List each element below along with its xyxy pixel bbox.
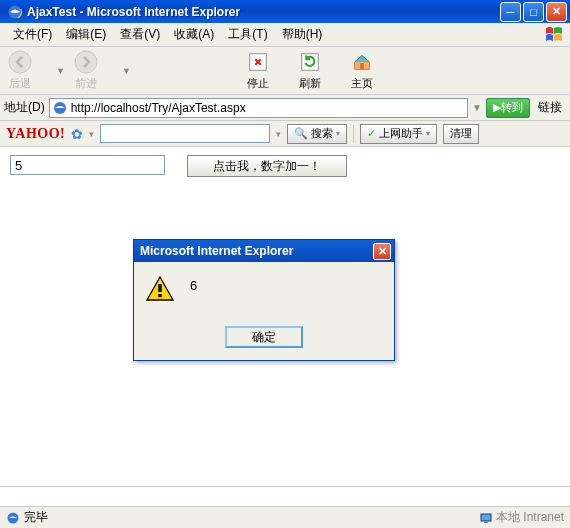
menu-tools[interactable]: 工具(T) [221,23,274,46]
svg-rect-12 [484,521,488,523]
dialog-titlebar[interactable]: Microsoft Internet Explorer ✕ [134,240,394,262]
links-menu[interactable]: 链接 [534,99,566,116]
gear-icon[interactable]: ✿ [71,126,83,142]
stop-button[interactable]: 停止 [246,50,270,91]
maximize-button[interactable]: □ [523,2,544,22]
address-input[interactable]: http://localhost/Try/AjaxTest.aspx [49,98,468,118]
page-icon [52,100,68,116]
address-dropdown-icon[interactable]: ▼ [472,102,482,113]
page-content: 点击我，数字加一！ Microsoft Internet Explorer ✕ … [0,147,570,487]
address-label: 地址(D) [4,99,45,116]
zone-label: 本地 Intranet [496,509,564,526]
yahoo-search-button[interactable]: 🔍搜索▾ [287,124,347,144]
menu-bar: 文件(F) 编辑(E) 查看(V) 收藏(A) 工具(T) 帮助(H) [0,23,570,47]
yahoo-search-input[interactable] [100,124,270,143]
status-text: 完毕 [24,509,48,526]
done-icon [6,511,20,525]
back-dropdown-icon[interactable]: ▼ [56,66,66,76]
window-buttons: ─ □ ✕ [500,2,567,22]
yahoo-toolbar: YAHOO! ✿ ▾ ▾ 🔍搜索▾ ✓上网助手▾ 清理 [0,121,570,147]
refresh-button[interactable]: 刷新 [298,50,322,91]
address-url: http://localhost/Try/AjaxTest.aspx [71,101,246,115]
alert-dialog: Microsoft Internet Explorer ✕ 6 确定 [133,239,395,361]
menu-view[interactable]: 查看(V) [113,23,167,46]
address-bar: 地址(D) http://localhost/Try/AjaxTest.aspx… [0,95,570,121]
svg-rect-9 [158,294,161,297]
navigation-toolbar: 后退 ▼ 前进 ▼ 停止 刷新 主页 [0,47,570,95]
intranet-icon [479,511,493,525]
dialog-title: Microsoft Internet Explorer [137,244,373,258]
forward-dropdown-icon[interactable]: ▼ [122,66,132,76]
stop-icon [247,51,269,73]
number-input[interactable] [10,155,165,175]
warning-icon [146,276,174,302]
dialog-message: 6 [190,276,197,293]
go-button[interactable]: ▶ 转到 [486,98,530,118]
svg-rect-6 [361,63,365,69]
svg-point-2 [9,51,31,73]
windows-logo-icon [544,25,566,45]
clean-button[interactable]: 清理 [443,124,479,144]
svg-point-3 [75,51,97,73]
back-icon [8,50,32,74]
svg-rect-8 [158,284,161,292]
menu-favorites[interactable]: 收藏(A) [167,23,221,46]
increment-button[interactable]: 点击我，数字加一！ [187,155,347,177]
back-button[interactable]: 后退 [8,50,32,91]
home-icon [351,51,373,73]
forward-button[interactable]: 前进 [74,50,98,91]
close-button[interactable]: ✕ [546,2,567,22]
dialog-close-button[interactable]: ✕ [373,243,391,260]
status-bar: 完毕 本地 Intranet [0,506,570,528]
dialog-ok-button[interactable]: 确定 [225,326,303,348]
window-titlebar: AjaxTest - Microsoft Internet Explorer ─… [0,0,570,23]
menu-edit[interactable]: 编辑(E) [59,23,113,46]
home-button[interactable]: 主页 [350,50,374,91]
window-title: AjaxTest - Microsoft Internet Explorer [27,5,500,19]
yahoo-logo[interactable]: YAHOO! [6,126,65,142]
menu-help[interactable]: 帮助(H) [275,23,330,46]
security-zone[interactable]: 本地 Intranet [479,509,564,526]
svg-rect-11 [481,514,491,521]
refresh-icon [299,51,321,73]
menu-file[interactable]: 文件(F) [6,23,59,46]
ie-icon [7,4,23,20]
forward-icon [74,50,98,74]
minimize-button[interactable]: ─ [500,2,521,22]
helper-button[interactable]: ✓上网助手▾ [360,124,437,144]
